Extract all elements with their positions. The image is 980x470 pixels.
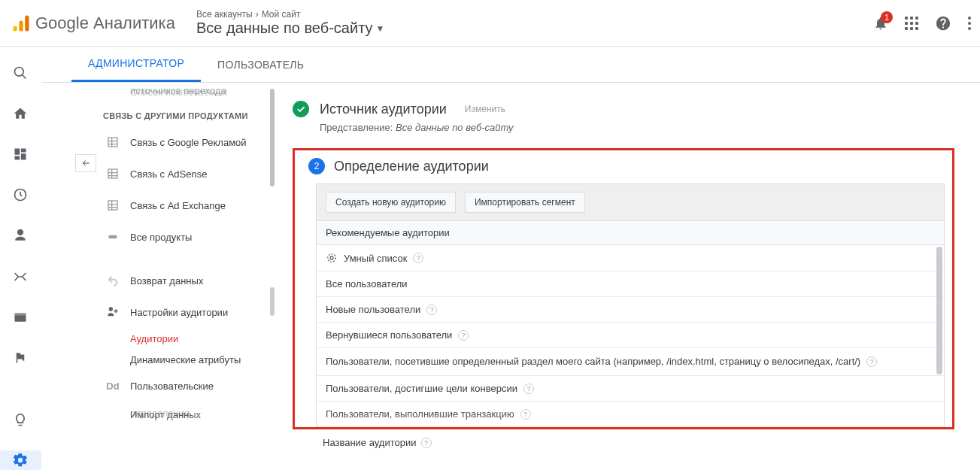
svg-point-24 <box>328 254 336 262</box>
menu-google-ads-link[interactable]: Связь с Google Рекламой <box>100 126 275 158</box>
menu-label: Пользовательские <box>130 381 214 392</box>
audience-action-bar: Создать новую аудиторию Импортировать се… <box>316 183 945 221</box>
nav-conversions[interactable] <box>0 348 41 368</box>
property-selector[interactable]: Все аккаунты › Мой сайт Все данные по ве… <box>196 9 384 37</box>
help-icon[interactable]: ? <box>520 409 531 420</box>
list-scroll-thumb[interactable] <box>936 247 942 374</box>
view-name: Все данные по веб-сайту <box>196 20 373 37</box>
menu-label: Связь с Ad Exchange <box>130 200 226 211</box>
help-icon[interactable] <box>935 15 951 32</box>
notification-badge: 1 <box>881 11 893 23</box>
tab-user[interactable]: ПОЛЬЗОВАТЕЛЬ <box>201 47 320 82</box>
step1-done-icon <box>293 101 309 117</box>
list-item-label: Новые пользователи <box>326 304 420 315</box>
nav-customization[interactable] <box>0 144 41 164</box>
clock-icon <box>13 187 28 202</box>
list-item[interactable]: Умный список ? <box>317 245 944 271</box>
nav-acquisition[interactable] <box>0 266 41 286</box>
list-item[interactable]: Новые пользователи ? <box>317 297 944 323</box>
link-icon <box>105 232 121 242</box>
svg-rect-8 <box>108 138 117 147</box>
submenu-audiences[interactable]: Аудитории <box>100 328 275 349</box>
help-icon[interactable]: ? <box>458 330 469 341</box>
gear-icon <box>12 452 29 468</box>
person-icon <box>13 228 28 243</box>
menu-postbacks[interactable]: Возврат данных <box>100 265 275 296</box>
help-icon[interactable]: ? <box>866 356 877 367</box>
list-item[interactable]: Пользователи, посетившие определенный ра… <box>317 348 944 376</box>
view-name-row: Все данные по веб-сайту ▼ <box>196 20 384 37</box>
svg-point-23 <box>330 256 333 259</box>
truncated-item: источников перехода Список исключаемых <box>100 86 275 98</box>
breadcrumb-property: Мой сайт <box>262 9 301 20</box>
brand-text: Google Аналитика <box>35 14 175 33</box>
collapse-handle[interactable] <box>75 154 96 172</box>
step2-row: 2 Определение аудитории <box>308 158 940 174</box>
menu-label: Связь с Google Рекламой <box>130 137 247 148</box>
menu-adsense-link[interactable]: Связь с AdSense <box>100 158 275 190</box>
svg-rect-16 <box>108 201 117 210</box>
menu-audience-settings[interactable]: Настройки аудитории <box>100 296 275 328</box>
nav-behavior[interactable] <box>0 308 41 327</box>
nav-home[interactable] <box>0 104 41 123</box>
step2-highlight-box: 2 Определение аудитории Создать новую ау… <box>293 148 954 429</box>
list-item[interactable]: Все пользователи <box>317 271 944 297</box>
recommended-list: Умный список ? Все пользователи Новые по… <box>316 245 945 427</box>
list-scrollbar[interactable] <box>936 247 942 421</box>
grid-icon <box>105 199 121 211</box>
help-icon[interactable]: ? <box>426 305 437 315</box>
import-segment-button[interactable]: Импортировать сегмент <box>465 192 585 213</box>
svg-point-3 <box>15 68 24 77</box>
nav-admin[interactable] <box>0 450 41 470</box>
lightbulb-icon <box>13 412 28 427</box>
app-logo[interactable]: Google Аналитика <box>11 13 175 34</box>
step1-title: Источник аудитории <box>320 102 447 117</box>
menu-adexchange-link[interactable]: Связь с Ad Exchange <box>100 190 275 221</box>
svg-rect-7 <box>15 313 26 315</box>
help-icon[interactable]: ? <box>421 438 432 448</box>
help-icon[interactable]: ? <box>413 253 423 263</box>
behavior-icon <box>13 310 28 325</box>
audience-settings-icon <box>105 306 121 318</box>
svg-rect-2 <box>25 15 29 31</box>
home-icon <box>13 106 28 121</box>
nav-realtime[interactable] <box>0 185 41 205</box>
step1-edit-link[interactable]: Изменить <box>465 104 505 114</box>
more-button[interactable] <box>968 17 971 30</box>
menu-all-products[interactable]: Все продукты <box>100 221 275 253</box>
svg-rect-0 <box>14 26 17 31</box>
dashboard-icon <box>13 147 28 162</box>
settings-sidebar: источников перехода Список исключаемых С… <box>41 83 275 470</box>
list-item[interactable]: Вернувшиеся пользователи ? <box>317 323 944 348</box>
dd-icon: Dd <box>105 381 121 392</box>
list-item-label: Умный список <box>344 253 407 264</box>
list-item[interactable]: Пользователи, достигшие цели конверсии ? <box>317 376 944 402</box>
breadcrumb-accounts: Все аккаунты <box>196 9 253 20</box>
svg-rect-12 <box>108 169 117 178</box>
submenu-dynamic-attributes[interactable]: Динамические атрибуты <box>100 349 275 370</box>
audience-builder-panel: Источник аудитории Изменить Представлени… <box>275 83 980 470</box>
tab-admin[interactable]: АДМИНИСТРАТОР <box>71 47 201 82</box>
menu-label: Связь с AdSense <box>130 168 207 180</box>
nav-search[interactable] <box>0 63 41 83</box>
check-icon <box>296 104 306 114</box>
smartlist-icon <box>326 252 338 264</box>
step2-number-badge: 2 <box>308 158 325 174</box>
nav-audience[interactable] <box>0 226 41 245</box>
help-icon[interactable]: ? <box>523 384 534 394</box>
notifications-button[interactable]: 1 <box>873 16 888 31</box>
audience-name-label: Название аудитории <box>323 437 417 448</box>
menu-label: Аудитории <box>130 333 178 344</box>
svg-line-4 <box>23 75 26 79</box>
acquisition-icon <box>12 269 29 284</box>
menu-overflow[interactable]: определения Импорт данных <box>100 399 275 430</box>
flag-icon <box>14 351 27 365</box>
menu-custom-definitions[interactable]: Dd Пользовательские <box>100 370 275 402</box>
list-item[interactable]: Пользователи, выполнившие транзакцию ? <box>317 402 944 427</box>
apps-button[interactable] <box>905 17 918 30</box>
nav-discover[interactable] <box>0 410 41 429</box>
list-item-label: Вернувшиеся пользователи <box>326 329 452 341</box>
step1-subline: Представление: Все данные по веб-сайту <box>320 122 954 133</box>
create-audience-button[interactable]: Создать новую аудиторию <box>326 192 456 213</box>
collapse-arrow-icon <box>80 159 92 168</box>
